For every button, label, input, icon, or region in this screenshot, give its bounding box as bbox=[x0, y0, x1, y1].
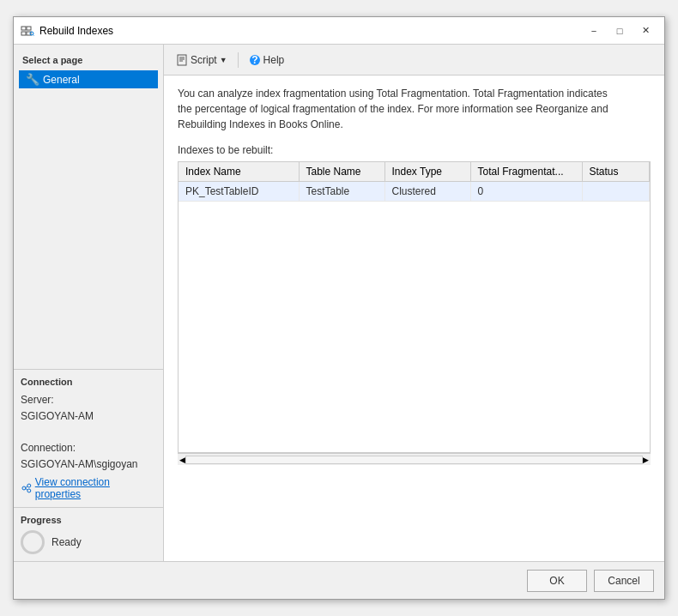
indexes-table-container[interactable]: Index Name Table Name Index Type Total F… bbox=[178, 161, 651, 453]
title-bar-controls: − □ ✕ bbox=[582, 22, 657, 39]
svg-line-10 bbox=[26, 488, 27, 489]
window-title: Rebuild Indexes bbox=[39, 25, 113, 37]
main-content: Script ▼ ? Help You can analyze index fr… bbox=[164, 45, 664, 561]
horizontal-scrollbar[interactable] bbox=[185, 456, 643, 464]
progress-circle bbox=[21, 530, 45, 554]
svg-text:?: ? bbox=[251, 54, 257, 66]
col-header-index-type: Index Type bbox=[384, 162, 470, 182]
connection-label: Connection: bbox=[21, 440, 156, 456]
svg-line-9 bbox=[26, 486, 27, 487]
indexes-label: Indexes to be rebuilt: bbox=[178, 144, 651, 156]
sidebar: Select a page 🔧 General Connection Serve… bbox=[14, 45, 164, 561]
rebuild-indexes-icon bbox=[21, 24, 34, 38]
connection-title: Connection bbox=[21, 377, 156, 392]
col-header-table-name: Table Name bbox=[299, 162, 384, 182]
dialog-body: Select a page 🔧 General Connection Serve… bbox=[14, 45, 664, 561]
title-bar: Rebuild Indexes − □ ✕ bbox=[14, 17, 664, 45]
server-label: Server: bbox=[21, 392, 156, 408]
progress-area: Ready bbox=[21, 530, 156, 554]
cancel-button[interactable]: Cancel bbox=[594, 570, 654, 592]
table-body: PK_TestTableID TestTable Clustered 0 bbox=[179, 182, 650, 202]
title-bar-left: Rebuild Indexes bbox=[21, 24, 113, 38]
horizontal-scrollbar-area: ◀ ▶ bbox=[178, 453, 651, 465]
svg-rect-11 bbox=[178, 55, 186, 65]
select-page-label: Select a page bbox=[19, 51, 158, 70]
script-label: Script bbox=[191, 54, 217, 66]
cell-index-type: Clustered bbox=[384, 182, 470, 202]
sidebar-spacer bbox=[14, 92, 163, 369]
sidebar-connection-section: Connection Server: SGIGOYAN-AM Connectio… bbox=[14, 369, 163, 507]
script-dropdown-arrow: ▼ bbox=[220, 56, 227, 64]
col-header-status: Status bbox=[582, 162, 650, 182]
script-button[interactable]: Script ▼ bbox=[171, 51, 233, 69]
description-text: You can analyze index fragmentation usin… bbox=[178, 86, 624, 132]
scroll-right-arrow[interactable]: ▶ bbox=[643, 456, 649, 464]
help-icon: ? bbox=[249, 54, 261, 66]
header-row: Index Name Table Name Index Type Total F… bbox=[179, 162, 650, 182]
progress-title: Progress bbox=[21, 515, 156, 530]
sidebar-item-general[interactable]: 🔧 General bbox=[19, 70, 158, 88]
connection-value: SGIGOYAN-AM\sgigoyan bbox=[21, 456, 156, 473]
dialog-window: Rebuild Indexes − □ ✕ Select a page 🔧 Ge… bbox=[13, 16, 665, 600]
cell-table-name: TestTable bbox=[299, 182, 384, 202]
connection-icon bbox=[21, 482, 33, 494]
ok-button[interactable]: OK bbox=[527, 570, 587, 592]
svg-point-6 bbox=[22, 486, 26, 490]
svg-point-8 bbox=[27, 489, 31, 492]
help-button[interactable]: ? Help bbox=[244, 51, 290, 69]
maximize-button[interactable]: □ bbox=[608, 22, 632, 39]
svg-rect-2 bbox=[21, 32, 26, 35]
svg-rect-0 bbox=[21, 27, 26, 30]
col-header-total-frag: Total Fragmentat... bbox=[470, 162, 582, 182]
toolbar: Script ▼ ? Help bbox=[164, 45, 664, 75]
cell-status bbox=[582, 182, 650, 202]
wrench-icon: 🔧 bbox=[26, 73, 39, 86]
cell-total-frag: 0 bbox=[470, 182, 582, 202]
sidebar-progress-section: Progress Ready bbox=[14, 507, 163, 561]
close-button[interactable]: ✕ bbox=[633, 22, 657, 39]
svg-rect-1 bbox=[27, 27, 31, 30]
connection-info: Server: SGIGOYAN-AM Connection: SGIGOYAN… bbox=[21, 392, 156, 473]
table-row[interactable]: PK_TestTableID TestTable Clustered 0 bbox=[179, 182, 650, 202]
help-label: Help bbox=[263, 54, 285, 66]
svg-point-7 bbox=[27, 484, 31, 487]
cell-index-name: PK_TestTableID bbox=[179, 182, 299, 202]
svg-line-5 bbox=[33, 34, 34, 35]
server-value: SGIGOYAN-AM bbox=[21, 408, 156, 425]
table-header: Index Name Table Name Index Type Total F… bbox=[179, 162, 650, 182]
col-header-index-name: Index Name bbox=[179, 162, 299, 182]
scroll-left-arrow[interactable]: ◀ bbox=[179, 456, 185, 464]
view-connection-text: View connection properties bbox=[35, 476, 156, 500]
sidebar-page-section: Select a page 🔧 General bbox=[14, 45, 163, 92]
general-label: General bbox=[43, 74, 80, 86]
toolbar-separator bbox=[238, 52, 239, 68]
content-area: You can analyze index fragmentation usin… bbox=[164, 75, 664, 561]
minimize-button[interactable]: − bbox=[582, 22, 606, 39]
progress-status: Ready bbox=[51, 536, 82, 548]
script-icon bbox=[176, 54, 188, 66]
indexes-table: Index Name Table Name Index Type Total F… bbox=[179, 162, 650, 202]
view-connection-link[interactable]: View connection properties bbox=[21, 476, 156, 500]
dialog-footer: OK Cancel bbox=[14, 561, 664, 599]
